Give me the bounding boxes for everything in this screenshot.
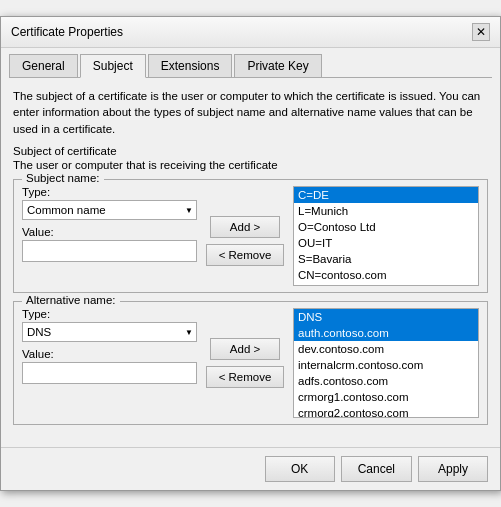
tab-bar: General Subject Extensions Private Key: [1, 48, 500, 77]
list-item[interactable]: crmorg2.contoso.com: [294, 405, 478, 418]
alt-type-select[interactable]: DNS Email UPN IP Address: [22, 322, 197, 342]
value-label: Value:: [22, 226, 197, 238]
remove-alt-button[interactable]: < Remove: [206, 366, 285, 388]
value-field-group: Value:: [22, 226, 197, 262]
tab-extensions[interactable]: Extensions: [148, 54, 233, 77]
type-select-wrapper: Common name Organization Organizational …: [22, 200, 197, 220]
list-item[interactable]: O=Contoso Ltd: [294, 219, 478, 235]
subject-name-row: Type: Common name Organization Organizat…: [22, 186, 479, 286]
list-item[interactable]: internalcrm.contoso.com: [294, 357, 478, 373]
add-alt-button[interactable]: Add >: [210, 338, 280, 360]
title-bar: Certificate Properties ✕: [1, 17, 500, 48]
subject-cert-sublabel: The user or computer that is receiving t…: [13, 159, 488, 171]
alt-left-panel: Type: DNS Email UPN IP Address ▼: [22, 308, 197, 390]
dialog-title: Certificate Properties: [11, 25, 123, 39]
list-item[interactable]: OU=IT: [294, 235, 478, 251]
tab-subject[interactable]: Subject: [80, 54, 146, 78]
list-item[interactable]: dev.contoso.com: [294, 341, 478, 357]
subject-mid-buttons: Add > < Remove: [205, 186, 285, 266]
alt-value-input[interactable]: [22, 362, 197, 384]
tab-private-key[interactable]: Private Key: [234, 54, 321, 77]
alt-name-group: Alternative name: Type: DNS Email UPN IP…: [13, 301, 488, 425]
alt-type-label: Type:: [22, 308, 197, 320]
remove-subject-button[interactable]: < Remove: [206, 244, 285, 266]
list-item[interactable]: crmorg1.contoso.com: [294, 389, 478, 405]
type-field-group: Type: Common name Organization Organizat…: [22, 186, 197, 220]
list-item[interactable]: adfs.contoso.com: [294, 373, 478, 389]
value-input[interactable]: [22, 240, 197, 262]
footer: OK Cancel Apply: [1, 447, 500, 490]
description-text: The subject of a certificate is the user…: [13, 88, 488, 136]
subject-left-panel: Type: Common name Organization Organizat…: [22, 186, 197, 268]
tab-general[interactable]: General: [9, 54, 78, 77]
close-button[interactable]: ✕: [472, 23, 490, 41]
alt-list-box[interactable]: DNS auth.contoso.com dev.contoso.com int…: [293, 308, 479, 418]
type-select[interactable]: Common name Organization Organizational …: [22, 200, 197, 220]
certificate-properties-dialog: Certificate Properties ✕ General Subject…: [0, 16, 501, 490]
list-item[interactable]: L=Munich: [294, 203, 478, 219]
alt-value-label: Value:: [22, 348, 197, 360]
subject-list-box[interactable]: C=DE L=Munich O=Contoso Ltd OU=IT S=Bava…: [293, 186, 479, 286]
cancel-button[interactable]: Cancel: [341, 456, 412, 482]
subject-right-panel: C=DE L=Munich O=Contoso Ltd OU=IT S=Bava…: [293, 186, 479, 286]
list-item[interactable]: C=DE: [294, 187, 478, 203]
alt-type-select-wrapper: DNS Email UPN IP Address ▼: [22, 322, 197, 342]
add-subject-button[interactable]: Add >: [210, 216, 280, 238]
alt-value-field-group: Value:: [22, 348, 197, 384]
alt-right-panel: DNS auth.contoso.com dev.contoso.com int…: [293, 308, 479, 418]
subject-name-group: Subject name: Type: Common name Organiza…: [13, 179, 488, 293]
alt-type-field-group: Type: DNS Email UPN IP Address ▼: [22, 308, 197, 342]
alt-name-title: Alternative name:: [22, 294, 120, 306]
subject-name-title: Subject name:: [22, 172, 104, 184]
list-item[interactable]: CN=contoso.com: [294, 267, 478, 283]
alt-name-row: Type: DNS Email UPN IP Address ▼: [22, 308, 479, 418]
apply-button[interactable]: Apply: [418, 456, 488, 482]
subject-cert-label: Subject of certificate: [13, 145, 488, 157]
content-area: The subject of a certificate is the user…: [1, 78, 500, 442]
list-item[interactable]: S=Bavaria: [294, 251, 478, 267]
list-item[interactable]: auth.contoso.com: [294, 325, 478, 341]
type-label: Type:: [22, 186, 197, 198]
list-item[interactable]: DNS: [294, 309, 478, 325]
alt-mid-buttons: Add > < Remove: [205, 308, 285, 388]
ok-button[interactable]: OK: [265, 456, 335, 482]
